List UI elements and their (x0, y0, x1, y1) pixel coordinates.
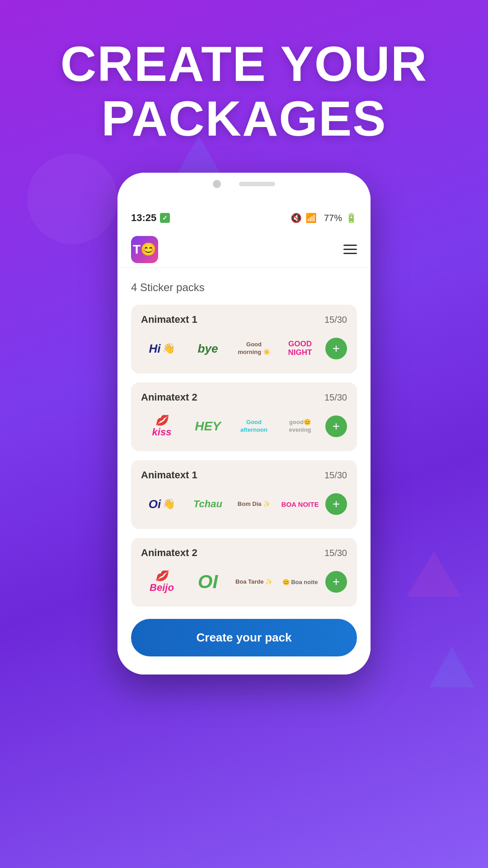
pack-2-add-button[interactable] (325, 415, 347, 437)
pack-4-stickers: 💋Beijo OI Boa Tarde ✨ 😊 Boa noite (141, 566, 347, 598)
sticker-oi-green: OI (187, 566, 229, 598)
sticker-kiss: 💋kiss (141, 410, 183, 442)
pack-1-count: 15/30 (324, 315, 347, 325)
status-bar: 13:25 🔇 📶 77% 🔋 (117, 195, 371, 231)
sticker-good-morning: Goodmorning ☀️ (233, 333, 275, 364)
sticker-count-label: 4 Sticker packs (131, 281, 357, 294)
pack-4-add-button[interactable] (325, 571, 347, 593)
status-time: 13:25 (131, 212, 156, 224)
speaker (239, 182, 275, 186)
sticker-hey: HEY (187, 410, 229, 442)
battery-charge-icon: 🔋 (346, 212, 357, 223)
sticker-pack-1: Animatext 1 15/30 Hi👋 bye Goodmorning ☀️… (131, 305, 357, 373)
sticker-pack-4: Animatext 2 15/30 💋Beijo OI Boa Tarde ✨ … (131, 538, 357, 607)
sticker-beijo: 💋Beijo (141, 566, 183, 598)
pack-3-name: Animatext 1 (141, 469, 197, 481)
pack-3-count: 15/30 (324, 470, 347, 481)
pack-1-name: Animatext 1 (141, 314, 197, 326)
header-section: CREATE YOUR PACKAGES (0, 0, 488, 173)
pack-1-stickers: Hi👋 bye Goodmorning ☀️ GOODNIGHT (141, 333, 347, 364)
pack-2-name: Animatext 2 (141, 392, 197, 403)
sticker-bom-dia: Bom Dia ✨ (233, 488, 275, 520)
pack-4-header: Animatext 2 15/30 (141, 547, 347, 559)
hamburger-line-1 (343, 245, 357, 246)
hamburger-line-3 (343, 253, 357, 254)
sticker-pack-3: Animatext 1 15/30 Oi👋 Tchau Bom Dia ✨ BO… (131, 460, 357, 529)
wifi-icon: 📶 (305, 212, 317, 223)
status-time-area: 13:25 (131, 212, 170, 224)
header-line2: PACKAGES (101, 90, 386, 146)
pack-3-add-button[interactable] (325, 493, 347, 515)
logo-letter: T😊 (133, 242, 156, 257)
front-camera (213, 180, 221, 188)
pack-2-stickers: 💋kiss HEY Goodafternoon good😊evening (141, 410, 347, 442)
status-icons-area: 🔇 📶 77% 🔋 (291, 212, 357, 223)
status-check-icon (160, 213, 170, 223)
pack-4-name: Animatext 2 (141, 547, 197, 559)
sticker-hi: Hi👋 (141, 333, 183, 364)
pack-2-count: 15/30 (324, 392, 347, 403)
mute-icon: 🔇 (291, 212, 302, 223)
sticker-good-afternoon: Goodafternoon (233, 410, 275, 442)
app-logo: T😊 (131, 236, 158, 263)
pack-1-header: Animatext 1 15/30 (141, 314, 347, 326)
phone-mockup: 13:25 🔇 📶 77% 🔋 T😊 4 Sti (117, 173, 371, 675)
phone-notch (117, 173, 371, 195)
sticker-good-evening: good😊evening (279, 410, 321, 442)
sticker-boa-noite-3: BOA NOITE (279, 488, 321, 520)
header-line1: CREATE YOUR (61, 36, 427, 91)
create-pack-button[interactable]: Create your pack (131, 619, 357, 656)
sticker-good-night: GOODNIGHT (279, 333, 321, 364)
sticker-tchau: Tchau (187, 488, 229, 520)
bottom-cta-area: Create your pack (117, 610, 371, 675)
sticker-oi: Oi👋 (141, 488, 183, 520)
phone-mockup-wrapper: 13:25 🔇 📶 77% 🔋 T😊 4 Sti (0, 173, 488, 675)
pack-3-stickers: Oi👋 Tchau Bom Dia ✨ BOA NOITE (141, 488, 347, 520)
sticker-boa-tarde: Boa Tarde ✨ (233, 566, 275, 598)
hamburger-menu-button[interactable] (343, 245, 357, 254)
battery-text: 77% (324, 213, 342, 223)
sticker-bye: bye (187, 333, 229, 364)
sticker-boa-noite-4: 😊 Boa noite (279, 566, 321, 598)
pack-2-header: Animatext 2 15/30 (141, 392, 347, 403)
app-bar: T😊 (117, 231, 371, 268)
pack-1-add-button[interactable] (325, 338, 347, 359)
pack-3-header: Animatext 1 15/30 (141, 469, 347, 481)
header-title: CREATE YOUR PACKAGES (0, 36, 488, 146)
pack-4-count: 15/30 (324, 548, 347, 558)
hamburger-line-2 (343, 249, 357, 250)
sticker-pack-2: Animatext 2 15/30 💋kiss HEY Goodafternoo… (131, 382, 357, 451)
